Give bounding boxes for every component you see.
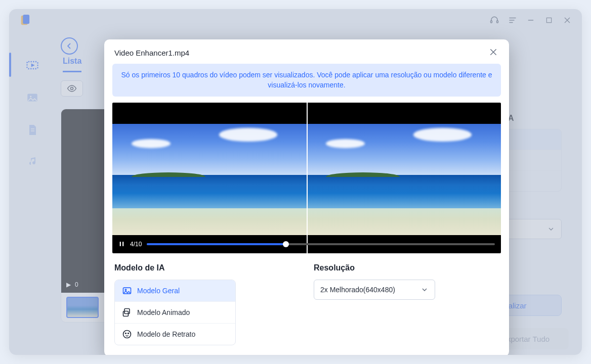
modal-model-label: Modelo Geral (137, 287, 180, 295)
modal-resolution-col: Resolução 2x Melhorado(640x480) (314, 263, 499, 345)
modal-lower: Modelo de IA Modelo Geral Modelo Animado (112, 263, 501, 345)
modal-resolution-value: 2x Melhorado(640x480) (320, 286, 395, 294)
modal-model-col: Modelo de IA Modelo Geral Modelo Animado (114, 263, 300, 345)
svg-rect-20 (120, 242, 121, 246)
modal-model-label: Modelo Animado (137, 308, 190, 316)
modal-model-general[interactable]: Modelo Geral (115, 280, 235, 302)
pause-icon[interactable] (118, 241, 125, 247)
modal-model-title: Modelo de IA (114, 263, 300, 272)
preview-left (112, 103, 307, 253)
image-icon (122, 286, 132, 296)
svg-point-23 (125, 289, 126, 291)
modal-model-portrait[interactable]: Modelo de Retrato (115, 324, 235, 345)
face-icon (122, 329, 132, 339)
preview-compare: 4/10 (112, 103, 501, 253)
frame-counter: 4/10 (130, 241, 142, 248)
svg-point-28 (128, 333, 129, 334)
layers-icon (122, 307, 132, 317)
svg-rect-21 (122, 242, 123, 246)
svg-point-27 (125, 333, 126, 334)
preview-modal: Video Enhancer1.mp4 Só os primeiros 10 q… (104, 39, 509, 355)
app-window: Lista ▶ 0 (9, 9, 582, 355)
info-banner: Só os primeiros 10 quadros do vídeo pode… (112, 64, 501, 97)
preview-right (307, 103, 501, 253)
chevron-down-icon (420, 286, 429, 294)
modal-model-animated[interactable]: Modelo Animado (115, 302, 235, 324)
modal-close-button[interactable] (489, 48, 499, 58)
modal-model-label: Modelo de Retrato (137, 330, 195, 338)
progress-knob[interactable] (283, 241, 289, 247)
modal-header: Video Enhancer1.mp4 (112, 48, 501, 64)
modal-model-list: Modelo Geral Modelo Animado Modelo de Re… (114, 280, 236, 345)
modal-resolution-select[interactable]: 2x Melhorado(640x480) (314, 280, 435, 300)
playbar: 4/10 (112, 235, 501, 253)
modal-resolution-title: Resolução (314, 263, 499, 272)
modal-title: Video Enhancer1.mp4 (114, 49, 189, 57)
progress-fill (147, 243, 286, 245)
compare-divider[interactable] (307, 103, 308, 253)
progress-track[interactable] (147, 243, 495, 245)
svg-point-26 (123, 330, 131, 338)
